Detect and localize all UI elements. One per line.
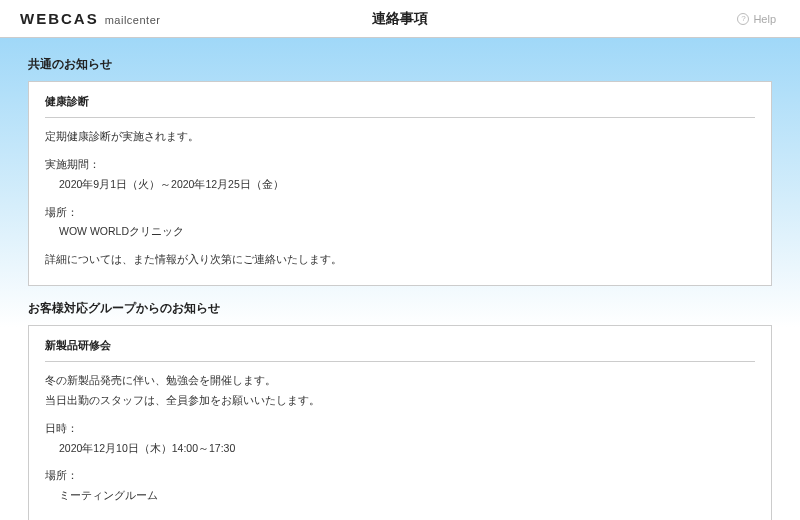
- logo-main: WEBCAS: [20, 10, 99, 27]
- notice-card-common: 健康診断 定期健康診断が実施されます。 実施期間： 2020年9月1日（火）～2…: [28, 81, 772, 286]
- notice-line: 実施期間：: [45, 156, 755, 174]
- logo-sub: mailcenter: [105, 14, 161, 26]
- main-content: 共通のお知らせ 健康診断 定期健康診断が実施されます。 実施期間： 2020年9…: [0, 38, 800, 520]
- notice-title: 健康診断: [45, 94, 755, 118]
- section-heading-common: 共通のお知らせ: [28, 56, 772, 73]
- notice-line: WOW WORLDクリニック: [45, 223, 755, 241]
- notice-title: 新製品研修会: [45, 338, 755, 362]
- notice-line: 冬の新製品発売に伴い、勉強会を開催します。: [45, 372, 755, 390]
- help-icon: ?: [737, 13, 749, 25]
- notice-line: 2020年9月1日（火）～2020年12月25日（金）: [45, 176, 755, 194]
- notice-card-group: 新製品研修会 冬の新製品発売に伴い、勉強会を開催します。 当日出勤のスタッフは、…: [28, 325, 772, 520]
- section-heading-group: お客様対応グループからのお知らせ: [28, 300, 772, 317]
- notice-line: 2020年12月10日（木）14:00～17:30: [45, 440, 755, 458]
- notice-line: 日時：: [45, 420, 755, 438]
- notice-body: 冬の新製品発売に伴い、勉強会を開催します。 当日出勤のスタッフは、全員参加をお願…: [45, 372, 755, 505]
- page-title: 連絡事項: [372, 10, 428, 28]
- help-label: Help: [753, 13, 776, 25]
- notice-line: ミーティングルーム: [45, 487, 755, 505]
- help-link[interactable]: ? Help: [737, 13, 776, 25]
- notice-line: 当日出勤のスタッフは、全員参加をお願いいたします。: [45, 392, 755, 410]
- header-bar: WEBCAS mailcenter 連絡事項 ? Help: [0, 0, 800, 38]
- notice-body: 定期健康診断が実施されます。 実施期間： 2020年9月1日（火）～2020年1…: [45, 128, 755, 269]
- notice-line: 場所：: [45, 204, 755, 222]
- notice-line: 場所：: [45, 467, 755, 485]
- notice-line: 詳細については、また情報が入り次第にご連絡いたします。: [45, 251, 755, 269]
- app-logo: WEBCAS mailcenter: [20, 10, 160, 27]
- notice-line: 定期健康診断が実施されます。: [45, 128, 755, 146]
